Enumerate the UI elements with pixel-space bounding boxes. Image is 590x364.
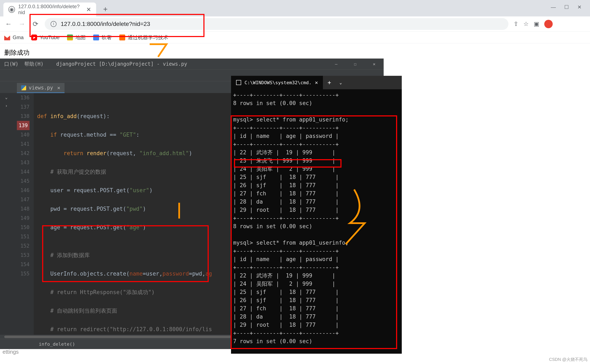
status-fn: info_delete() (39, 341, 75, 347)
response-text: 删除成功 (4, 49, 29, 56)
new-tab-button[interactable]: + (100, 3, 111, 15)
browser-toolbar: ← → ⟳ i 127.0.0.1:8000/info/delete?nid=2… (0, 16, 590, 32)
new-tab-button[interactable]: + (323, 76, 335, 89)
book-icon (119, 34, 125, 40)
reload-button[interactable]: ⟳ (31, 20, 40, 28)
tab-views-py[interactable]: views.py ✕ (17, 83, 65, 93)
maximize-icon[interactable]: ☐ (346, 58, 365, 70)
browser-tab[interactable]: ◉ 127.0.0.1:8000/info/delete?nid ✕ (3, 2, 96, 16)
extensions-icon[interactable]: ▣ (534, 20, 539, 27)
menu-help[interactable]: 帮助(H) (24, 61, 43, 67)
url-text: 127.0.0.1:8000/info/delete?nid=23 (61, 21, 150, 27)
breakpoint-icon[interactable]: 139 (17, 121, 29, 130)
close-icon[interactable]: ✕ (365, 58, 384, 70)
doc-icon (93, 34, 99, 40)
bookmark-gmail[interactable]: Gma (4, 34, 24, 40)
map-icon (67, 34, 73, 40)
info-icon[interactable]: i (51, 21, 56, 27)
fold-gutter: ⌄ › (0, 93, 13, 335)
star-icon[interactable]: ☆ (523, 20, 529, 27)
settings-text: ettings (0, 347, 21, 357)
globe-icon: ◉ (8, 6, 15, 13)
gmail-icon (4, 34, 10, 40)
close-icon[interactable]: ✕ (577, 4, 582, 10)
avatar[interactable] (544, 20, 553, 28)
close-icon[interactable]: ✕ (86, 6, 91, 13)
menu-window[interactable]: 口(W) (4, 61, 18, 67)
browser-titlebar: ◉ 127.0.0.1:8000/info/delete?nid ✕ + — ☐… (0, 0, 590, 16)
ide-titlebar: 口(W) 帮助(H) djangoProject [D:\djangoProje… (0, 58, 384, 70)
python-icon (21, 85, 26, 90)
cmd-icon (236, 80, 241, 85)
youtube-icon (31, 34, 37, 40)
bookmark-ml[interactable]: 通过机器学习技术 (119, 34, 168, 41)
close-icon[interactable]: ✕ (315, 80, 318, 85)
chevron-down-icon[interactable]: ⌄ (335, 80, 346, 85)
bookmark-map[interactable]: 地图 (67, 34, 86, 41)
ide-breadcrumb: djangoProject [D:\djangoProject] - views… (56, 61, 187, 67)
terminal-window: C:\WINDOWS\system32\cmd. ✕ + ⌄ +----+---… (231, 76, 402, 354)
minimize-icon[interactable]: — (327, 58, 346, 70)
tab-title: 127.0.0.1:8000/info/delete?nid (18, 4, 83, 15)
bookmarks-bar: Gma YouTube 地图 软著 通过机器学习技术 (0, 32, 590, 43)
minimize-icon[interactable]: — (551, 4, 556, 10)
close-icon[interactable]: ✕ (57, 85, 60, 91)
forward-button[interactable]: → (18, 20, 26, 28)
scroll-thumb[interactable] (4, 336, 267, 338)
terminal-output[interactable]: +----+--------+-----+----------+ 8 rows … (231, 89, 402, 354)
share-icon[interactable]: ⇪ (514, 20, 518, 27)
watermark: CSDN @火烧不死鸟 (549, 357, 588, 362)
terminal-titlebar: C:\WINDOWS\system32\cmd. ✕ + ⌄ (231, 76, 402, 89)
back-button[interactable]: ← (4, 20, 13, 28)
window-controls: — ☐ ✕ (542, 0, 590, 14)
line-numbers: 136 137 138 139 140 141 142 143 144 145 … (13, 93, 34, 335)
address-bar[interactable]: i 127.0.0.1:8000/info/delete?nid=23 (45, 18, 509, 30)
bookmark-youtube[interactable]: YouTube (31, 34, 60, 40)
chevron-down-icon[interactable]: ⌄ (5, 95, 7, 100)
bookmark-ruan[interactable]: 软著 (93, 34, 112, 41)
terminal-tab[interactable]: C:\WINDOWS\system32\cmd. ✕ (231, 76, 323, 89)
maximize-icon[interactable]: ☐ (564, 4, 569, 10)
chevron-right-icon[interactable]: › (5, 103, 7, 108)
